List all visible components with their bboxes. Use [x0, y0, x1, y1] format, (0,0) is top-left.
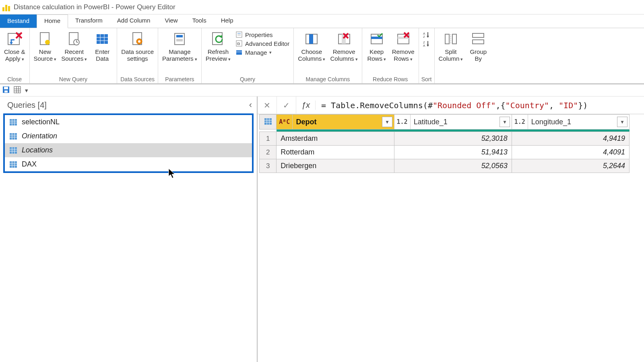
table-menu-button[interactable]	[260, 115, 277, 130]
formula-input[interactable]: = Table.RemoveColumns(#"Rounded Off",{"C…	[316, 101, 644, 110]
column-filter-button[interactable]: ▾	[382, 117, 392, 127]
choose-columns-button[interactable]: ChooseColumns	[296, 30, 327, 63]
svg-rect-39	[398, 37, 409, 39]
svg-rect-21	[213, 33, 222, 45]
tab-tools[interactable]: Tools	[185, 14, 214, 28]
group-transform-partial: SplitColumn GroupBy	[435, 28, 493, 83]
data-source-settings-icon	[129, 31, 146, 47]
column-filter-button[interactable]: ▾	[500, 117, 510, 127]
svg-rect-63	[10, 119, 17, 125]
collapse-queries-icon[interactable]: ‹	[249, 100, 252, 110]
manage-icon	[235, 49, 243, 56]
svg-rect-53	[473, 33, 484, 37]
group-reduce-rows: KeepRows RemoveRows Reduce Rows	[362, 28, 419, 83]
queries-pane: Queries [4] ‹ selectionNL Orientation Lo…	[0, 97, 258, 362]
svg-rect-56	[4, 87, 8, 89]
group-query: RefreshPreview Properties ⧉ Advanced Edi…	[202, 28, 294, 83]
table-view-icon[interactable]	[14, 86, 21, 95]
svg-text:Z: Z	[423, 35, 425, 38]
query-item-selectionnl[interactable]: selectionNL	[5, 115, 252, 129]
keep-rows-icon	[368, 31, 385, 47]
tab-home[interactable]: Home	[37, 14, 68, 28]
svg-rect-23	[236, 32, 242, 37]
sort-asc-icon: AZ	[423, 31, 430, 38]
remove-columns-button[interactable]: RemoveColumns	[328, 30, 359, 63]
manage-parameters-icon	[171, 31, 188, 47]
svg-rect-10	[97, 34, 108, 44]
table-icon	[10, 133, 17, 140]
sort-desc-icon: ZA	[423, 40, 430, 47]
group-data-sources: Data sourcesettings Data Sources	[117, 28, 158, 83]
queries-title: Queries [4]	[7, 101, 47, 110]
query-item-orientation[interactable]: Orientation	[5, 129, 252, 143]
window-title: Distance calculation in PowerBI - Power …	[14, 3, 175, 11]
table-icon	[10, 147, 17, 154]
save-icon[interactable]	[2, 86, 10, 95]
keep-rows-button[interactable]: KeepRows	[365, 30, 389, 63]
column-filter-button[interactable]: ▾	[617, 117, 627, 127]
svg-rect-54	[473, 40, 484, 44]
choose-columns-icon	[303, 31, 320, 47]
properties-icon	[235, 31, 243, 38]
manage-query-button[interactable]: Manage ▾	[234, 48, 291, 56]
table-row[interactable]: 3 Driebergen 52,0563 5,2644	[260, 159, 630, 173]
type-decimal-icon[interactable]: 1.2	[394, 115, 411, 129]
data-source-settings-button[interactable]: Data sourcesettings	[120, 30, 155, 63]
remove-rows-button[interactable]: RemoveRows	[390, 30, 416, 63]
properties-button[interactable]: Properties	[234, 31, 291, 39]
new-source-icon	[37, 31, 54, 47]
svg-text:A: A	[423, 44, 425, 47]
recent-sources-button[interactable]: RecentSources	[60, 30, 89, 63]
formula-accept-button[interactable]: ✓	[277, 97, 296, 114]
new-source-button[interactable]: NewSource	[32, 30, 58, 63]
advanced-editor-icon: ⧉	[235, 40, 243, 47]
svg-rect-68	[10, 133, 17, 140]
recent-sources-icon	[66, 31, 83, 47]
refresh-icon	[210, 31, 227, 47]
app-icon	[2, 3, 10, 11]
query-item-locations[interactable]: Locations	[5, 143, 252, 157]
svg-point-17	[138, 40, 140, 43]
queries-list: selectionNL Orientation Locations DAX	[3, 113, 254, 173]
advanced-editor-button[interactable]: ⧉ Advanced Editor	[234, 39, 291, 47]
group-close-label: Close	[2, 75, 27, 82]
split-column-icon	[442, 31, 459, 47]
title-bar: Distance calculation in PowerBI - Power …	[0, 0, 644, 14]
group-sort: AZ ZA Sort	[419, 28, 435, 83]
column-header-latitude[interactable]: 1.2 Latitude_1 ▾	[394, 115, 512, 130]
type-decimal-icon[interactable]: 1.2	[512, 115, 528, 129]
group-by-button[interactable]: GroupBy	[466, 30, 490, 63]
table-row[interactable]: 1 Amsterdam 52,3018 4,9419	[260, 132, 630, 146]
tab-add-column[interactable]: Add Column	[110, 14, 158, 28]
close-apply-label: Close &Apply	[4, 48, 25, 62]
split-column-button[interactable]: SplitColumn	[437, 30, 465, 63]
query-item-dax[interactable]: DAX	[5, 157, 252, 171]
group-by-icon	[470, 31, 487, 47]
remove-columns-icon	[336, 31, 353, 47]
column-header-longitude[interactable]: 1.2 Longitude_1 ▾	[512, 115, 629, 130]
tab-help[interactable]: Help	[214, 14, 241, 28]
column-header-depot[interactable]: AᴮC Depot ▾	[277, 115, 394, 130]
manage-parameters-button[interactable]: ManageParameters	[161, 30, 199, 63]
svg-rect-51	[452, 34, 456, 44]
formula-cancel-button[interactable]: ✕	[258, 97, 277, 114]
table-row[interactable]: 2 Rotterdam 51,9413 4,4091	[260, 146, 630, 159]
svg-text:⧉: ⧉	[237, 41, 240, 46]
close-apply-button[interactable]: Close &Apply	[2, 30, 27, 63]
group-manage-columns: ChooseColumns RemoveColumns Manage Colum…	[294, 28, 362, 83]
tab-transform[interactable]: Transform	[68, 14, 110, 28]
tab-view[interactable]: View	[157, 14, 185, 28]
enter-data-button[interactable]: EnterData	[90, 30, 114, 63]
main-area: Queries [4] ‹ selectionNL Orientation Lo…	[0, 97, 644, 362]
svg-rect-37	[371, 37, 382, 39]
svg-rect-73	[10, 147, 17, 154]
svg-rect-57	[4, 90, 8, 93]
svg-rect-19	[176, 35, 183, 37]
sort-desc-button[interactable]: ZA	[421, 39, 432, 47]
qat-dropdown-icon[interactable]: ▾	[25, 87, 28, 94]
sort-asc-button[interactable]: AZ	[421, 31, 432, 39]
refresh-preview-button[interactable]: RefreshPreview	[204, 30, 232, 63]
tab-file[interactable]: Bestand	[0, 14, 37, 28]
svg-rect-58	[14, 86, 21, 93]
type-text-icon[interactable]: AᴮC	[277, 115, 293, 129]
